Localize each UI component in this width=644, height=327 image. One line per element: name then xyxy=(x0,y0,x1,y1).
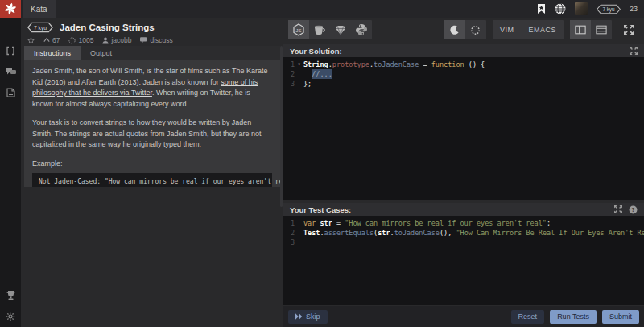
discuss-link[interactable]: discuss xyxy=(140,36,172,44)
docs-icon[interactable] xyxy=(0,84,21,101)
code-token: ; xyxy=(547,218,551,228)
editor-options-button[interactable] xyxy=(465,20,486,39)
code-token: "How can mirrors be real if our eyes are… xyxy=(345,218,547,228)
codewars-swirl-icon xyxy=(3,2,18,16)
fold-gutter xyxy=(295,238,303,247)
reset-button[interactable]: Reset xyxy=(511,310,545,324)
code-line: 3 xyxy=(283,238,644,247)
layout-rows-button[interactable] xyxy=(591,20,612,39)
tab-output[interactable]: Output xyxy=(80,46,122,60)
svg-text:?: ? xyxy=(631,207,634,213)
code-token: //... xyxy=(312,69,332,79)
workspace-toolbar: JS xyxy=(283,18,644,42)
completed-stat[interactable]: 1005 xyxy=(68,36,93,44)
run-tests-label: Run Tests xyxy=(557,313,589,321)
kata-stats: 67 1005 jacobb xyxy=(27,36,277,44)
discussions-icon[interactable] xyxy=(0,63,21,81)
description-paragraph-2: Your task is to convert strings to how t… xyxy=(32,118,272,151)
completions-icon xyxy=(68,37,76,44)
lang-javascript-button[interactable]: JS xyxy=(288,20,309,39)
test-cases-editor[interactable]: 1 var str = "How can mirrors be real if … xyxy=(283,216,644,305)
gear-outline-icon xyxy=(470,25,481,35)
nav-kata-tab[interactable]: Kata xyxy=(23,0,56,18)
code-token: assertEquals xyxy=(324,228,374,238)
coffee-cup-icon xyxy=(314,25,326,35)
code-token: (), xyxy=(440,228,456,238)
line-number: 3 xyxy=(283,79,295,89)
user-avatar[interactable] xyxy=(575,2,588,15)
test-cases-title: Your Test Cases: xyxy=(290,205,614,214)
lang-ruby-button[interactable] xyxy=(330,20,351,39)
bookmark-icon[interactable] xyxy=(537,4,546,14)
code-token: Test xyxy=(303,228,320,238)
left-nav-rail xyxy=(0,0,21,327)
description-paragraph-1: Jaden Smith, the son of Will Smith, is t… xyxy=(32,66,272,110)
author-link[interactable]: jacobb xyxy=(102,36,131,44)
python-icon xyxy=(356,24,367,35)
submit-button[interactable]: Submit xyxy=(602,310,639,324)
solution-editor[interactable]: 1▾String.prototype.toJadenCase = functio… xyxy=(283,57,644,200)
user-rank-label: 7 kyu xyxy=(602,6,615,13)
code-token: = xyxy=(332,218,345,228)
skip-button[interactable]: Skip xyxy=(288,310,328,324)
left-panel-scrollbar[interactable] xyxy=(280,46,283,207)
user-rank-badge: 7 kyu xyxy=(597,4,621,14)
tests-help-icon[interactable]: ? xyxy=(629,205,638,214)
kata-rank-label: 7 kyu xyxy=(34,25,47,31)
leaderboard-trophy-icon[interactable] xyxy=(0,287,21,304)
dark-theme-button[interactable] xyxy=(444,20,465,39)
lang-coffeescript-button[interactable] xyxy=(309,20,330,39)
completed-value: 1005 xyxy=(78,36,93,44)
fold-marker-icon[interactable]: ▾ xyxy=(295,60,303,69)
caret-up-icon xyxy=(43,37,50,43)
test-cases-header: Your Test Cases: ? xyxy=(283,203,644,216)
code-token: var xyxy=(303,218,316,228)
solution-title: Your Solution: xyxy=(290,47,630,56)
code-token: prototype xyxy=(332,60,369,69)
settings-gear-icon[interactable] xyxy=(0,308,21,325)
language-switcher: JS xyxy=(288,20,372,39)
code-token: toJadenCase xyxy=(374,60,419,69)
theme-group xyxy=(444,20,486,39)
tab-instructions[interactable]: Instructions xyxy=(24,46,80,60)
codewars-kata-page: Kata 7 kyu xyxy=(0,0,644,327)
kata-info-panel: 7 kyu Jaden Casing Strings 67 xyxy=(21,18,283,327)
example-line-1: Not Jaden-Cased: "How can mirrors be rea… xyxy=(39,178,280,185)
vim-mode-button[interactable]: VIM xyxy=(493,20,522,39)
lang-python-button[interactable] xyxy=(351,20,372,39)
expand-arrows-icon xyxy=(624,25,634,35)
code-token xyxy=(303,69,312,79)
code-token: str xyxy=(378,228,390,238)
kata-rank-badge: 7 kyu xyxy=(27,22,53,33)
line-number: 3 xyxy=(283,238,295,247)
code-token: function xyxy=(431,60,464,69)
fullscreen-button[interactable] xyxy=(618,20,639,39)
kata-brackets-icon[interactable] xyxy=(0,42,21,60)
top-bar: Kata 7 kyu xyxy=(21,0,644,19)
tests-expand-icon[interactable] xyxy=(614,205,622,213)
code-token: () { xyxy=(464,60,485,69)
code-token: toJadenCase xyxy=(394,228,440,238)
code-line: 1▾String.prototype.toJadenCase = functio… xyxy=(283,60,644,69)
instructions-content: Jaden Smith, the son of Will Smith, is t… xyxy=(24,60,280,187)
code-token: "How Can Mirrors Be Real If Our Eyes Are… xyxy=(456,228,644,238)
code-token: = xyxy=(419,60,431,69)
star-kata-button[interactable] xyxy=(27,37,35,44)
solution-expand-icon[interactable] xyxy=(630,47,638,55)
run-tests-button[interactable]: Run Tests xyxy=(550,310,597,324)
emacs-mode-button[interactable]: EMACS xyxy=(521,20,564,39)
globe-icon[interactable] xyxy=(555,3,566,14)
codewars-logo[interactable] xyxy=(0,0,21,18)
tab-output-label: Output xyxy=(90,49,112,57)
nav-kata-label: Kata xyxy=(31,5,47,14)
satisfaction-stat[interactable]: 67 xyxy=(43,36,60,44)
kata-header: 7 kyu Jaden Casing Strings 67 xyxy=(21,18,283,44)
code-token: }; xyxy=(303,79,312,89)
layout-columns-button[interactable] xyxy=(570,20,591,39)
submit-label: Submit xyxy=(609,313,632,321)
vim-label: VIM xyxy=(500,26,514,34)
code-line: 1 var str = "How can mirrors be real if … xyxy=(283,218,644,228)
editor-settings-cluster: VIM EMACS xyxy=(444,20,639,39)
line-number: 2 xyxy=(283,228,295,238)
author-name: jacobb xyxy=(111,36,131,44)
